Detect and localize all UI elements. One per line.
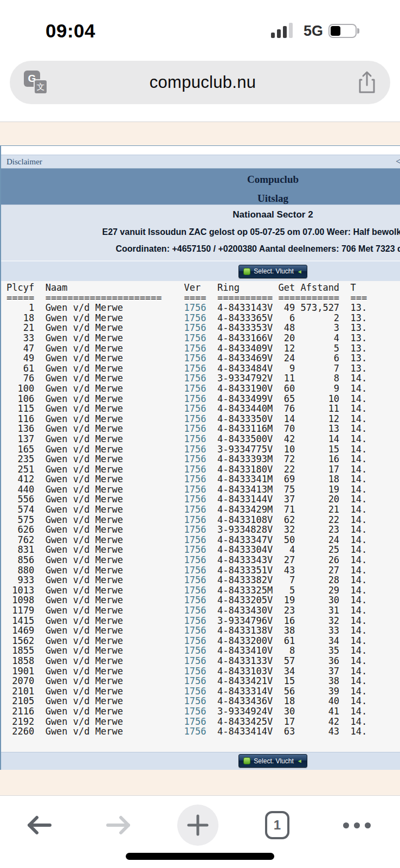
battery-icon: [328, 24, 357, 38]
results-separator-row: ===== ===================== ==== =======…: [7, 293, 400, 303]
ver-link[interactable]: 1756: [184, 353, 207, 363]
ver-link[interactable]: 1756: [184, 605, 207, 616]
ver-link[interactable]: 1756: [184, 534, 207, 545]
ver-link[interactable]: 1756: [184, 524, 207, 535]
browser-viewport[interactable]: Disclaimer < Compuclub Uitslag Nationaal…: [0, 114, 400, 795]
ver-link[interactable]: 1756: [184, 433, 207, 444]
ver-link[interactable]: 1756: [184, 675, 207, 686]
ver-link[interactable]: 1756: [184, 363, 207, 374]
ver-link[interactable]: 1756: [184, 695, 207, 706]
url-text[interactable]: compuclub.nu: [150, 73, 256, 92]
ver-link[interactable]: 1756: [184, 413, 207, 424]
table-row: 2101 Gwen v/d Merwe 1756 4-8433314V 56 3…: [7, 686, 400, 697]
table-row: 574 Gwen v/d Merwe 1756 4-8433429M 71 21…: [7, 505, 400, 515]
ver-link[interactable]: 1756: [184, 403, 207, 414]
table-row: 762 Gwen v/d Merwe 1756 4-8433347V 50 24…: [7, 535, 400, 545]
table-row: 165 Gwen v/d Merwe 1756 3-9334775V 10 15…: [7, 444, 400, 455]
ver-link[interactable]: 1756: [184, 635, 207, 646]
table-row: 137 Gwen v/d Merwe 1756 4-8433500V 42 14…: [7, 434, 400, 444]
ver-link[interactable]: 1756: [184, 615, 207, 626]
table-row: 251 Gwen v/d Merwe 1756 4-8433180V 22 17…: [7, 464, 400, 475]
table-row: 933 Gwen v/d Merwe 1756 4-8433382V 7 28 …: [7, 575, 400, 585]
ver-link[interactable]: 1756: [184, 585, 207, 596]
ver-link[interactable]: 1756: [184, 322, 207, 333]
ver-col-text: Ver: [184, 282, 207, 293]
ver-link[interactable]: 1756: [184, 625, 207, 636]
ver-link[interactable]: 1756: [184, 645, 207, 656]
ver-link[interactable]: 1756: [184, 595, 207, 605]
table-row: 2192 Gwen v/d Merwe 1756 4-8433425V 17 4…: [7, 717, 400, 727]
signal-strength-icon: [271, 23, 298, 39]
back-button[interactable]: [18, 805, 60, 846]
ver-link[interactable]: 1756: [184, 393, 207, 404]
results-table: Plcyf Naam Ver Ring Get Afstand T===== =…: [1, 281, 400, 752]
table-row: 831 Gwen v/d Merwe 1756 4-8433304V 4 25 …: [7, 545, 400, 555]
ver-link[interactable]: 1756: [184, 565, 207, 576]
table-row: 1 Gwen v/d Merwe 1756 4-8433143V 49 573,…: [7, 303, 400, 313]
ver-link[interactable]: 1756: [184, 706, 207, 717]
address-bar-row: G 文 compuclub.nu: [0, 54, 400, 114]
ver-link[interactable]: 1756: [184, 464, 207, 475]
section-title: Nationaal Sector 2: [1, 209, 400, 220]
tab-count-badge: 1: [265, 811, 289, 839]
table-row: 235 Gwen v/d Merwe 1756 4-8433393M 72 16…: [7, 454, 400, 464]
ver-link[interactable]: 1756: [184, 514, 207, 525]
ver-link[interactable]: 1756: [184, 575, 207, 585]
ellipsis-icon: [343, 822, 371, 828]
table-row: 136 Gwen v/d Merwe 1756 4-8433116M 70 13…: [7, 424, 400, 434]
table-row: 2116 Gwen v/d Merwe 1756 3-9334924V 30 4…: [7, 706, 400, 717]
ver-link[interactable]: 1756: [184, 474, 207, 484]
ver-link[interactable]: 1756: [184, 554, 207, 565]
menu-button[interactable]: [336, 805, 377, 846]
table-row: 856 Gwen v/d Merwe 1756 4-8433343V 27 26…: [7, 555, 400, 565]
site-title: Compuclub: [1, 174, 400, 186]
ver-link[interactable]: 1756: [184, 373, 207, 384]
disclaimer-link[interactable]: Disclaimer: [7, 157, 42, 167]
table-row: 440 Gwen v/d Merwe 1756 4-8433413M 75 19…: [7, 484, 400, 495]
ver-link[interactable]: 1756: [184, 312, 207, 323]
ver-link[interactable]: 1756: [184, 655, 207, 666]
translate-icon[interactable]: G 文: [24, 71, 48, 94]
page-header: Compuclub Uitslag: [1, 169, 400, 205]
table-row: 106 Gwen v/d Merwe 1756 4-8433499V 65 10…: [7, 394, 400, 404]
table-row: 1858 Gwen v/d Merwe 1756 4-8433133V 57 3…: [7, 656, 400, 666]
ver-link[interactable]: 1756: [184, 494, 207, 505]
table-row: 880 Gwen v/d Merwe 1756 4-8433351V 43 27…: [7, 565, 400, 576]
ver-link[interactable]: 1756: [184, 716, 207, 727]
table-row: 116 Gwen v/d Merwe 1756 4-8433350V 14 12…: [7, 414, 400, 424]
translate-char: 文: [34, 79, 48, 94]
ver-link[interactable]: 1756: [184, 686, 207, 697]
race-info-section: Nationaal Sector 2 E27 vanuit Issoudun Z…: [1, 205, 400, 260]
ver-link[interactable]: 1756: [184, 726, 207, 737]
ver-link[interactable]: 1756: [184, 333, 207, 343]
share-icon[interactable]: [358, 71, 376, 94]
ver-link[interactable]: 1756: [184, 454, 207, 464]
coordinates-info: Coordinaten: +4657150 / +0200380 Aantal …: [1, 244, 400, 254]
ver-link[interactable]: 1756: [184, 666, 207, 676]
dropdown-arrow-icon: ◄: [297, 269, 302, 275]
ver-link[interactable]: 1756: [184, 484, 207, 495]
iphone-screen: 09:04 5G G 文 compuclub.nu: [0, 0, 400, 868]
ver-link[interactable]: 1756: [184, 423, 207, 434]
vlucht-icon: [243, 268, 250, 275]
table-row: 115 Gwen v/d Merwe 1756 4-8433440M 76 11…: [7, 404, 400, 414]
ver-link[interactable]: 1756: [184, 302, 207, 313]
ver-link[interactable]: 1756: [184, 383, 207, 394]
forward-button[interactable]: [98, 805, 139, 846]
ver-link[interactable]: 1756: [184, 544, 207, 555]
ver-link[interactable]: 1756: [184, 444, 207, 455]
table-row: 1901 Gwen v/d Merwe 1756 4-8433103V 34 3…: [7, 666, 400, 676]
select-vlucht-button[interactable]: Select. Vlucht ◄: [238, 265, 307, 278]
nav-arrow[interactable]: <: [396, 156, 400, 167]
table-row: 575 Gwen v/d Merwe 1756 4-8433108V 62 22…: [7, 515, 400, 525]
ver-link[interactable]: 1756: [184, 343, 207, 354]
address-bar[interactable]: G 文 compuclub.nu: [10, 61, 390, 104]
ver-link[interactable]: 1756: [184, 504, 207, 515]
table-row: 76 Gwen v/d Merwe 1756 3-9334792V 11 8 1…: [7, 373, 400, 384]
page-top-strip: [1, 146, 400, 155]
select-vlucht-button-bottom[interactable]: Select. Vlucht ◄: [238, 754, 307, 768]
home-indicator[interactable]: [126, 853, 274, 860]
disclaimer-bar: Disclaimer <: [1, 155, 400, 169]
tabs-button[interactable]: 1: [257, 805, 298, 846]
new-tab-button[interactable]: [177, 805, 218, 846]
